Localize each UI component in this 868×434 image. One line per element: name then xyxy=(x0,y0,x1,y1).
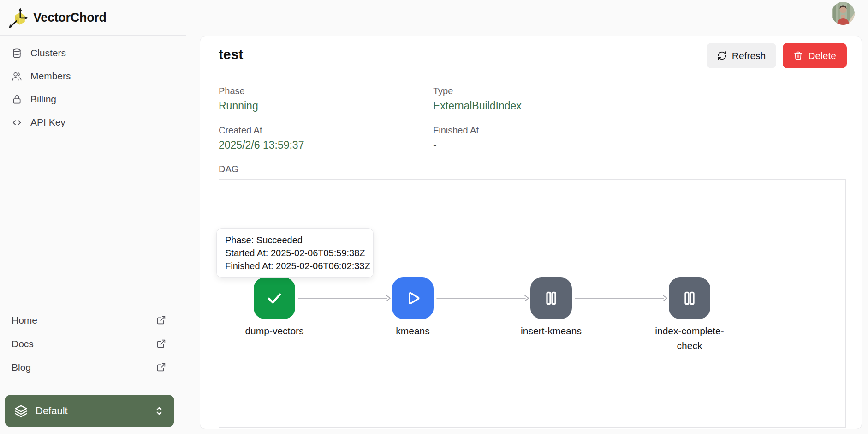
brand-name: VectorChord xyxy=(33,11,107,25)
code-icon xyxy=(12,117,22,128)
workspace-name: Default xyxy=(36,405,146,417)
node-status-box xyxy=(392,277,434,319)
sidebar-item-label: Clusters xyxy=(30,48,66,59)
main-area: test Refresh xyxy=(187,0,868,434)
lock-icon xyxy=(12,94,22,105)
sidebar-link-label: Blog xyxy=(12,362,31,373)
sidebar-nav: Clusters Members Billing xyxy=(0,36,186,134)
field-finished-at: Finished At - xyxy=(433,125,648,151)
node-status-box xyxy=(669,277,710,319)
sidebar-link-home[interactable]: Home xyxy=(12,308,166,332)
dag-section-label: DAG xyxy=(219,164,862,175)
layers-icon xyxy=(14,404,28,418)
dag-canvas[interactable]: dump-vectors kmeans xyxy=(219,179,846,428)
sidebar: VectorChord Clusters Memb xyxy=(0,0,186,434)
play-icon xyxy=(403,289,422,308)
users-icon xyxy=(12,71,22,82)
field-label: Created At xyxy=(219,125,433,136)
node-status-box xyxy=(530,277,572,319)
field-type: Type ExternalBuildIndex xyxy=(433,86,648,112)
external-link-icon xyxy=(156,339,166,349)
page-title: test xyxy=(219,47,243,62)
sidebar-link-blog[interactable]: Blog xyxy=(12,356,166,379)
field-value: - xyxy=(433,139,648,151)
sidebar-link-label: Docs xyxy=(12,338,34,350)
tooltip-finished-at: Finished At: 2025-02-06T06:02:33Z xyxy=(225,259,365,272)
field-phase: Phase Running xyxy=(219,86,433,112)
field-created-at: Created At 2025/2/6 13:59:37 xyxy=(219,125,433,151)
field-label: Phase xyxy=(219,86,433,96)
pause-icon xyxy=(542,289,560,307)
node-tooltip: Phase: Succeeded Started At: 2025-02-06T… xyxy=(216,228,374,278)
sidebar-link-label: Home xyxy=(12,315,37,326)
sidebar-item-label: Billing xyxy=(30,94,56,105)
sidebar-item-billing[interactable]: Billing xyxy=(0,88,186,111)
dag-node-kmeans[interactable]: kmeans xyxy=(371,277,454,338)
dag-node-index-complete-check[interactable]: index-complete-check xyxy=(648,277,731,353)
pause-icon xyxy=(680,289,699,307)
sidebar-item-clusters[interactable]: Clusters xyxy=(0,42,186,65)
field-value: Running xyxy=(219,100,433,112)
sidebar-item-label: API Key xyxy=(30,117,65,128)
vectorchord-logo-icon xyxy=(7,7,29,28)
card-actions: Refresh Delete xyxy=(707,43,847,68)
dag-node-insert-kmeans[interactable]: insert-kmeans xyxy=(510,277,593,338)
field-label: Finished At xyxy=(433,125,648,136)
brand-logo: VectorChord xyxy=(0,0,186,36)
node-label: dump-vectors xyxy=(245,324,303,338)
user-avatar[interactable] xyxy=(832,2,855,25)
trash-icon xyxy=(793,51,803,60)
job-fields: Phase Running Type ExternalBuildIndex Cr… xyxy=(219,86,862,151)
chevrons-up-down-icon xyxy=(153,405,165,417)
tooltip-phase: Phase: Succeeded xyxy=(225,234,365,247)
sidebar-link-docs[interactable]: Docs xyxy=(12,332,166,356)
job-detail-card: test Refresh xyxy=(200,36,862,429)
refresh-button[interactable]: Refresh xyxy=(707,43,777,68)
node-label: kmeans xyxy=(396,324,430,338)
sidebar-item-members[interactable]: Members xyxy=(0,65,186,88)
external-link-icon xyxy=(156,315,166,325)
node-label: insert-kmeans xyxy=(521,324,582,338)
topbar xyxy=(187,0,868,36)
database-icon xyxy=(12,48,22,59)
tooltip-started-at: Started At: 2025-02-06T05:59:38Z xyxy=(225,247,365,259)
sidebar-external-links: Home Docs Blog xyxy=(12,308,166,379)
check-icon xyxy=(264,288,285,308)
delete-label: Delete xyxy=(808,50,836,61)
workspace-switcher[interactable]: Default xyxy=(5,395,174,427)
field-label: Type xyxy=(433,86,648,96)
sidebar-item-label: Members xyxy=(30,71,71,82)
external-link-icon xyxy=(156,362,166,372)
refresh-icon xyxy=(717,51,727,60)
field-value: 2025/2/6 13:59:37 xyxy=(219,139,433,151)
refresh-label: Refresh xyxy=(732,50,766,61)
field-value: ExternalBuildIndex xyxy=(433,100,648,112)
delete-button[interactable]: Delete xyxy=(783,43,847,68)
dag-node-dump-vectors[interactable]: dump-vectors xyxy=(233,277,316,338)
node-label: index-complete-check xyxy=(648,324,731,353)
sidebar-item-api-key[interactable]: API Key xyxy=(0,111,186,134)
node-status-box xyxy=(254,277,295,319)
